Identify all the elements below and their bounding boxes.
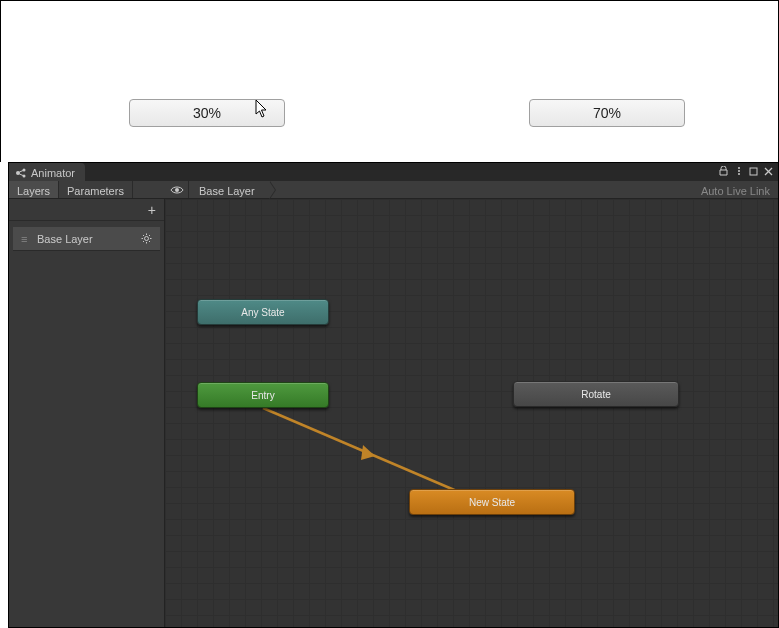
state-node-new-state[interactable]: New State [409, 489, 575, 515]
svg-line-19 [149, 235, 150, 236]
plus-icon: + [148, 202, 156, 218]
add-layer-button[interactable]: + [9, 199, 164, 221]
animator-panel: Animator Layers Parameters [8, 162, 779, 628]
svg-point-7 [738, 173, 740, 175]
svg-point-6 [738, 170, 740, 172]
transition-edge-entry-to-new-state [165, 199, 778, 627]
svg-line-20 [143, 241, 144, 242]
panel-tab-strip: Animator [9, 163, 778, 181]
node-label: New State [469, 497, 515, 508]
animator-toolbar: Layers Parameters Base Layer Auto Live L… [9, 181, 778, 199]
svg-point-12 [145, 237, 149, 241]
svg-point-5 [738, 167, 740, 169]
visibility-toggle[interactable] [165, 181, 189, 198]
tab-label: Animator [31, 167, 75, 179]
node-label: Rotate [581, 389, 610, 400]
game-view: 30% 70% [0, 0, 779, 162]
svg-line-3 [20, 171, 24, 173]
svg-point-11 [175, 188, 179, 192]
percent-button-30[interactable]: 30% [129, 99, 285, 127]
animator-icon [15, 167, 27, 179]
state-graph[interactable]: Any State Entry New State Rotate [165, 199, 778, 627]
context-menu-icon[interactable] [731, 164, 746, 178]
button-label: 70% [593, 105, 621, 121]
animator-body: + ≡ Base Layer [9, 199, 778, 627]
node-label: Entry [251, 390, 274, 401]
svg-rect-8 [750, 168, 757, 175]
maximize-icon[interactable] [746, 164, 761, 178]
eye-icon [170, 185, 184, 195]
breadcrumb-label: Base Layer [199, 185, 255, 197]
node-label: Any State [241, 307, 284, 318]
toolbar-left: Layers Parameters [9, 181, 165, 198]
parameters-tab-button[interactable]: Parameters [59, 181, 133, 198]
drag-handle-icon: ≡ [21, 233, 29, 245]
svg-line-4 [20, 174, 24, 176]
window-controls [716, 164, 776, 178]
layers-sidebar: + ≡ Base Layer [9, 199, 165, 627]
layer-name: Base Layer [37, 233, 93, 245]
state-node-entry[interactable]: Entry [197, 382, 329, 408]
svg-line-17 [143, 235, 144, 236]
live-link-label: Auto Live Link [701, 185, 770, 197]
tab-animator[interactable]: Animator [9, 163, 85, 181]
state-node-any-state[interactable]: Any State [197, 299, 329, 325]
layer-item[interactable]: ≡ Base Layer [13, 227, 160, 251]
gear-icon[interactable] [141, 233, 152, 244]
lock-icon[interactable] [716, 164, 731, 178]
percent-button-70[interactable]: 70% [529, 99, 685, 127]
auto-live-link-toggle[interactable]: Auto Live Link [693, 181, 778, 198]
button-label: 30% [193, 105, 221, 121]
state-node-rotate[interactable]: Rotate [513, 381, 679, 407]
layers-label: Layers [17, 185, 50, 197]
close-icon[interactable] [761, 164, 776, 178]
svg-marker-22 [361, 445, 375, 460]
breadcrumb: Base Layer [189, 181, 693, 198]
svg-line-18 [149, 241, 150, 242]
parameters-label: Parameters [67, 185, 124, 197]
breadcrumb-root[interactable]: Base Layer [189, 181, 269, 198]
layers-tab-button[interactable]: Layers [9, 181, 59, 198]
